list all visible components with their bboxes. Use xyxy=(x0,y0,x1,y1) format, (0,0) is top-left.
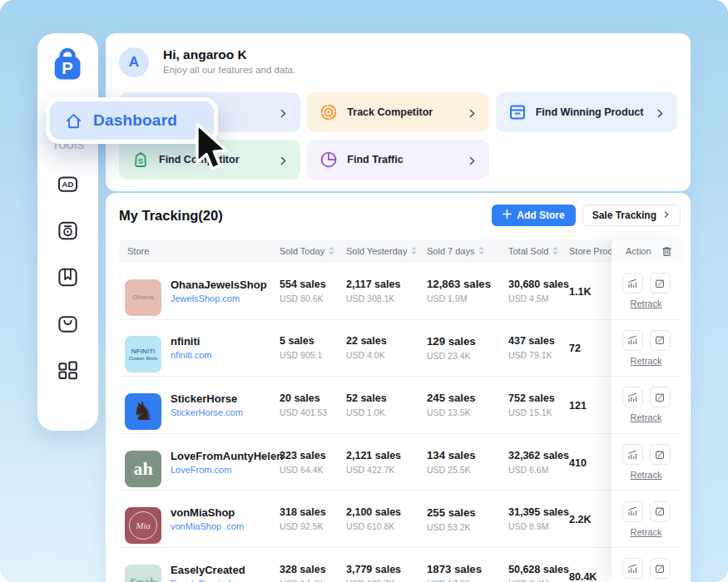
target-icon xyxy=(319,102,339,122)
column-header-sold-today[interactable]: Sold Today xyxy=(280,246,346,257)
column-header-store: Store xyxy=(119,246,280,256)
sidebar-track-box-icon[interactable] xyxy=(57,219,79,242)
sort-icon[interactable] xyxy=(552,246,559,257)
add-store-button[interactable]: Add Store xyxy=(492,205,575,226)
column-header-sold-7-days[interactable]: Sold 7 days xyxy=(427,246,508,257)
store-name: StickerHorse xyxy=(171,392,243,405)
edit-icon[interactable] xyxy=(650,444,671,465)
my-tracking-panel: My Tracking(20) Add Store Sale Tracking … xyxy=(106,193,691,582)
store-cell: NFiNiTiCustom Shirtsnfinitinfiniti.com xyxy=(119,323,280,372)
sidebar-ads-icon[interactable]: AD xyxy=(57,173,79,195)
store-name: nfiniti xyxy=(171,335,212,348)
feature-card-label: Track Competitor xyxy=(347,106,466,118)
edit-icon[interactable] xyxy=(650,501,671,522)
chart-icon[interactable] xyxy=(622,387,643,407)
value-cell: 255 salesUSD 53.2K xyxy=(427,506,508,532)
action-column-panel: Action RetrackRetrackRetrackRetrackRetra… xyxy=(612,239,681,582)
value-cell: 245 salesUSD 13.5K xyxy=(427,392,508,417)
table-header-row: StoreSold TodaySold YesterdaySold 7 days… xyxy=(119,239,681,263)
tracking-table: StoreSold TodaySold YesterdaySold 7 days… xyxy=(119,239,681,582)
retrack-link[interactable]: Retrack xyxy=(631,527,662,537)
store-logo: Easely xyxy=(125,565,161,582)
edit-icon[interactable] xyxy=(650,273,671,293)
sidebar-shop-bag-icon[interactable] xyxy=(57,313,79,335)
store-domain-link[interactable]: nfiniti.com xyxy=(171,350,212,360)
edit-icon[interactable] xyxy=(650,387,671,407)
value-cell: 554 salesUSD 80.6K xyxy=(280,279,346,303)
chevron-right-icon xyxy=(655,107,666,118)
table-row: ahLoveFromAuntyHelenLoveFrom.com323 sale… xyxy=(119,434,681,491)
value-cell: 20 salesUSD 401.53 xyxy=(280,392,346,417)
chart-icon[interactable] xyxy=(622,273,643,293)
store-logo: ♞ xyxy=(125,393,161,430)
table-body: OhanaOhanaJewelsShopJewelsShop.com554 sa… xyxy=(119,263,681,582)
store-domain-link[interactable]: vonMiaShop .com xyxy=(171,521,244,531)
app-background: P Tools AD A Hi, angaroo K Enjoy all our… xyxy=(0,0,728,582)
value-cell: 31,395 salesUSD 8.9M xyxy=(508,506,569,531)
store-logo: ah xyxy=(125,451,161,487)
value-cell: 2,121 salesUSD 422.7K xyxy=(346,450,427,475)
chart-icon[interactable] xyxy=(622,558,643,579)
column-header-total-sold[interactable]: Total Sold xyxy=(508,246,569,257)
retrack-link[interactable]: Retrack xyxy=(631,470,662,480)
table-row: OhanaOhanaJewelsShopJewelsShop.com554 sa… xyxy=(119,263,681,320)
store-domain-link[interactable]: LoveFrom.com xyxy=(171,465,283,475)
store-domain-link[interactable]: JewelsShop.com xyxy=(171,293,267,303)
sidebar-bookmark-icon[interactable] xyxy=(57,266,79,289)
store-cell: ♞StickerHorseStickerHorse.com xyxy=(119,380,280,430)
feature-card-find-traffic[interactable]: Find Traffic xyxy=(307,140,488,180)
chart-icon[interactable] xyxy=(622,330,643,351)
store-logo: Ohana xyxy=(125,279,161,316)
chart-icon[interactable] xyxy=(622,501,643,522)
value-cell: 50,628 salesUSD 2.4M xyxy=(508,564,569,582)
feature-card-track-competitor[interactable]: Track Competitor xyxy=(307,92,488,132)
retrack-link[interactable]: Retrack xyxy=(631,356,662,366)
value-cell: 5 salesUSD 905.1 xyxy=(280,335,346,360)
table-row: MiavonMiaShopvonMiaShop .com318 salesUSD… xyxy=(119,491,681,548)
retrack-link[interactable]: Retrack xyxy=(631,412,662,422)
action-cell: Retrack xyxy=(612,377,681,434)
value-cell: 22 salesUSD 4.0K xyxy=(346,335,427,360)
store-domain-link[interactable]: StickerHorse.com xyxy=(171,407,243,417)
store-cell: ahLoveFromAuntyHelenLoveFrom.com xyxy=(119,437,280,487)
retrack-link[interactable]: Retrack xyxy=(631,298,662,308)
greeting-title: Hi, angaroo K xyxy=(163,47,295,62)
avatar[interactable]: A xyxy=(119,47,149,77)
dashboard-menu-item[interactable]: Dashboard xyxy=(50,101,214,140)
sidebar-nav: AD xyxy=(57,173,79,382)
pie-icon xyxy=(319,150,339,170)
chevron-right-icon xyxy=(467,107,478,118)
column-header-sold-yesterday[interactable]: Sold Yesterday xyxy=(346,246,427,257)
store-cell: OhanaOhanaJewelsShopJewelsShop.com xyxy=(119,266,280,316)
sort-icon[interactable] xyxy=(478,246,485,257)
feature-card-find-competitor[interactable]: SFind Competitor xyxy=(119,140,300,180)
store-cell: MiavonMiaShopvonMiaShop .com xyxy=(119,494,280,544)
value-cell: 2,117 salesUSD 308.1K xyxy=(346,279,427,303)
chevron-right-icon xyxy=(278,155,289,165)
store-name: vonMiaShop xyxy=(171,506,244,519)
feature-card-find-winning-product[interactable]: Find Winning Product xyxy=(496,92,677,132)
action-cell: Retrack xyxy=(612,263,681,320)
chart-icon[interactable] xyxy=(622,444,643,465)
value-cell: 318 salesUSD 92.5K xyxy=(280,506,346,531)
value-cell: 134 salesUSD 25.5K xyxy=(427,449,508,475)
store-name: LoveFromAuntyHelen xyxy=(171,450,283,462)
svg-text:AD: AD xyxy=(62,180,74,189)
ppspy-logo-icon[interactable]: P xyxy=(50,47,87,83)
sale-tracking-button[interactable]: Sale Tracking xyxy=(582,205,681,226)
edit-icon[interactable] xyxy=(650,330,671,351)
svg-text:S: S xyxy=(138,156,143,165)
sort-icon[interactable] xyxy=(328,246,335,257)
store-domain-link[interactable]: EaselyCreated .com xyxy=(171,579,253,582)
trash-icon[interactable] xyxy=(661,245,673,258)
store-name: OhanaJewelsShop xyxy=(171,279,267,291)
edit-icon[interactable] xyxy=(650,558,671,579)
value-cell: 12,863 salesUSD 1.9M xyxy=(427,278,508,303)
value-cell: 30,680 salesUSD 4.5M xyxy=(508,279,569,303)
feature-card-label: Find Competitor xyxy=(159,154,278,165)
sort-icon[interactable] xyxy=(410,246,418,257)
plus-icon xyxy=(503,210,512,221)
sidebar-layout-grid-icon[interactable] xyxy=(57,359,79,382)
chevron-right-icon xyxy=(467,155,478,165)
value-cell: 328 salesUSD 14.4K xyxy=(280,564,346,582)
